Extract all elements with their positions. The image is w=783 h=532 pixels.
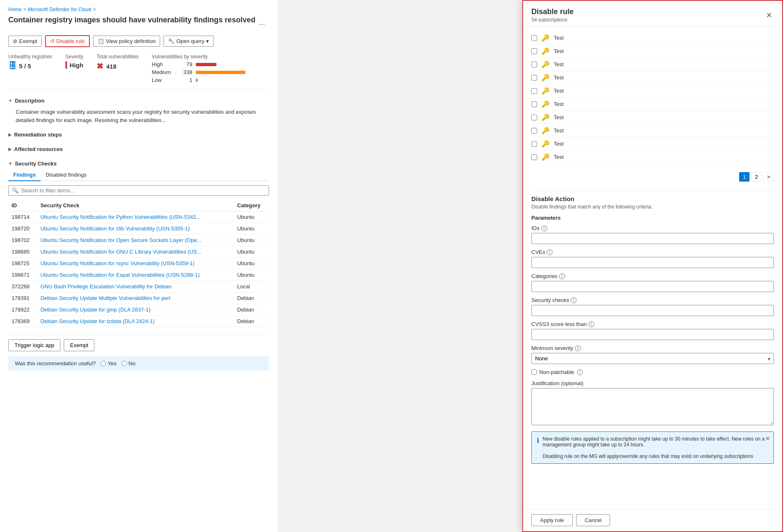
affected-header[interactable]: ▶ Affected resources [8,144,269,155]
parameters-label: Parameters [531,215,774,221]
cell-category: Ubuntu [234,269,269,281]
ids-input[interactable] [531,233,774,244]
subscription-checkbox[interactable] [531,154,537,160]
cell-id: 178922 [8,304,37,316]
subscription-list: 🔑 Test 🔑 Test 🔑 Test 🔑 Test 🔑 Test 🔑 Tes… [531,31,774,164]
info-banner-close-button[interactable]: ✕ [765,435,770,442]
apply-rule-button[interactable]: Apply rule [531,514,573,526]
subscription-checkbox[interactable] [531,75,537,81]
total-vuln-metric: Total vulnerabilities ✖ 418 [96,54,138,71]
panel-title: Disable rule [531,7,574,16]
cell-category: Debian [234,292,269,304]
cell-id: 198720 [8,223,37,235]
ids-info-icon[interactable]: i [541,225,547,231]
cell-id: 372268 [8,281,37,292]
chevron-down-icon: ▼ [8,98,12,103]
view-policy-label: View policy definition [106,38,156,44]
page-2-button[interactable]: 2 [751,172,761,182]
security-checks-form-label: Security checks [531,297,569,303]
subscription-row: 🔑 Test [531,45,774,58]
yes-option[interactable]: Yes [101,360,116,367]
policy-icon: 📋 [98,38,104,44]
medium-bar [196,71,245,74]
cell-id: 178369 [8,316,37,327]
disable-rule-button[interactable]: ↺ Disable rule [45,35,90,47]
feedback-question: Was this recommendation useful? [15,360,96,367]
search-icon: 🔍 [12,187,19,194]
severity-indicator [65,61,67,69]
vuln-severity-label: Vulnerabilities by severity [152,54,245,60]
view-policy-button[interactable]: 📋 View policy definition [93,36,160,47]
security-checks-info-icon[interactable]: i [571,297,576,303]
no-label: No [129,360,136,367]
exempt-bottom-button[interactable]: Exempt [64,339,94,351]
categories-group: Categories i [531,273,774,292]
yes-radio[interactable] [101,361,106,366]
tab-disabled[interactable]: Disabled findings [41,169,91,181]
min-severity-info-icon[interactable]: i [575,345,581,351]
subscription-checkbox[interactable] [531,128,537,134]
non-patchable-info-icon[interactable]: i [577,369,583,375]
total-vuln-label: Total vulnerabilities [96,54,138,60]
ids-group: IDs i [531,225,774,244]
table-row: 178922 Debian Security Update for gmp (D… [8,304,269,316]
exempt-label: Exempt [19,38,37,44]
cell-id: 198671 [8,269,37,281]
non-patchable-checkbox[interactable] [531,369,537,375]
description-section: ▼ Description Container image vulnerabil… [8,95,269,126]
breadcrumb: Home > Microsoft Defender for Cloud > [8,7,269,12]
categories-input[interactable] [531,281,774,292]
disable-rule-panel: Disable rule 54 subscriptions ✕ 🔑 Test 🔑… [522,0,783,532]
key-icon: 🔑 [541,100,550,108]
subscription-checkbox[interactable] [531,62,537,67]
subscription-checkbox[interactable] [531,88,537,94]
security-checks-section: ▼ Security Checks Findings Disabled find… [8,158,269,327]
next-page-button[interactable]: > [763,172,774,182]
remediation-header[interactable]: ▶ Remediation steps [8,129,269,140]
subscription-checkbox[interactable] [531,35,537,41]
subscription-checkbox[interactable] [531,141,537,147]
key-icon: 🔑 [541,47,550,55]
dots-menu[interactable]: ... [259,18,265,27]
exempt-button[interactable]: ⊘ Exempt [8,36,42,47]
cell-check: Ubuntu Security Notification for zlib Vu… [37,223,234,235]
tab-findings[interactable]: Findings [8,169,41,181]
metrics-row: Unhealthy registries 🗄 5 / 5 Severity Hi… [8,54,269,83]
cvss3-group: CVSS3 score less than i [531,321,774,340]
search-input[interactable] [21,187,265,194]
open-query-button[interactable]: 🔧 Open query ▾ [163,36,214,47]
cvss3-info-icon[interactable]: i [588,321,594,327]
min-severity-select[interactable]: NoneLowMediumHighCritical [531,353,774,364]
query-icon: 🔧 [168,38,175,44]
cancel-button[interactable]: Cancel [576,514,610,526]
page-1-button[interactable]: 1 [739,172,749,182]
open-query-label: Open query [176,38,204,44]
trigger-logic-app-button[interactable]: Trigger logic app [8,339,60,351]
key-icon: 🔑 [541,127,550,134]
no-option[interactable]: No [122,360,136,367]
min-severity-group: Minimum severity i NoneLowMediumHighCrit… [531,345,774,364]
cell-id: 178391 [8,292,37,304]
categories-info-icon[interactable]: i [559,273,565,279]
col-category: Category [234,200,269,211]
total-vuln-value: 418 [106,63,116,70]
subscription-row: 🔑 Test [531,137,774,151]
no-radio[interactable] [122,361,127,366]
cvss3-input[interactable] [531,329,774,340]
close-panel-button[interactable]: ✕ [764,9,774,22]
cves-info-icon[interactable]: i [547,249,552,255]
security-checks-input[interactable] [531,305,774,316]
subscription-checkbox[interactable] [531,48,537,54]
security-checks-header[interactable]: ▼ Security Checks [8,158,269,169]
justification-textarea[interactable] [531,388,774,425]
cves-input[interactable] [531,257,774,268]
breadcrumb-parent[interactable]: Microsoft Defender for Cloud [28,7,91,12]
subscription-name: Test [554,114,564,120]
description-header[interactable]: ▼ Description [8,95,269,106]
non-patchable-group: Non-patchable i [531,369,774,375]
subscription-checkbox[interactable] [531,115,537,120]
breadcrumb-home[interactable]: Home [8,7,22,12]
subscription-checkbox[interactable] [531,101,537,107]
bottom-actions: Trigger logic app Exempt [8,334,269,351]
vuln-icon: ✖ [96,61,103,71]
